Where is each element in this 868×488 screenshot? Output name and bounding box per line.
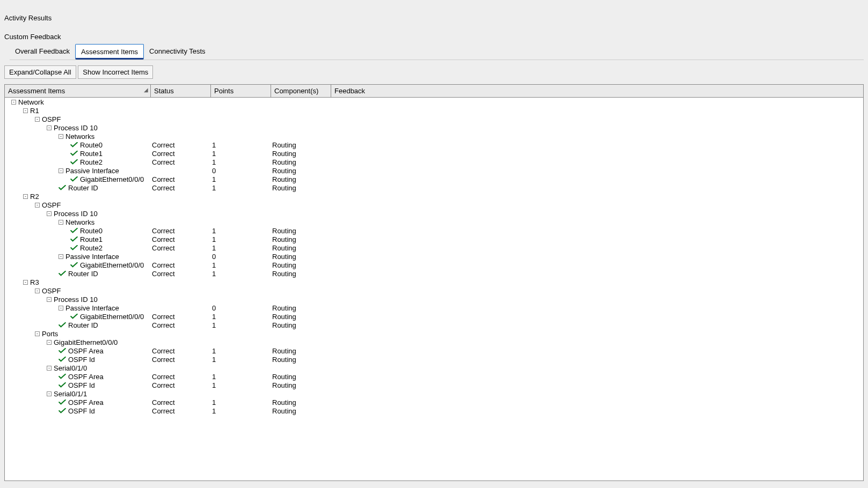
header-components[interactable]: Component(s) [271,85,331,97]
table-row[interactable]: -OSPF [5,286,863,295]
item-cell: OSPF Id [5,407,151,415]
item-label: GigabitEthernet0/0/0 [80,313,144,321]
tree-expander-icon[interactable]: - [35,117,40,122]
points-cell: 1 [211,150,271,158]
table-row[interactable]: OSPF IdCorrect1Routing [5,355,863,364]
tree-expander-icon[interactable]: - [59,134,63,139]
table-row[interactable]: -GigabitEthernet0/0/0 [5,338,863,346]
check-icon [70,158,80,166]
tree-expander-icon[interactable]: - [47,366,52,371]
component-cell: Routing [271,141,331,149]
table-row[interactable]: GigabitEthernet0/0/0Correct1Routing [5,261,863,269]
item-cell: -Process ID 10 [5,295,151,304]
tree-expander-icon[interactable]: - [47,340,52,345]
table-row[interactable]: GigabitEthernet0/0/0Correct1Routing [5,175,863,183]
header-status[interactable]: Status [151,85,211,97]
show-incorrect-items-button[interactable]: Show Incorrect Items [78,65,153,79]
header-assessment-items[interactable]: Assessment Items ◢ [5,85,151,97]
tab-connectivity-tests[interactable]: Connectivity Tests [144,44,211,60]
points-cell: 1 [211,158,271,166]
table-row[interactable]: -Passive Interface0Routing [5,166,863,175]
item-cell: -Ports [5,330,151,338]
table-row[interactable]: -Ports [5,329,863,338]
table-row[interactable]: Route1Correct1Routing [5,235,863,243]
table-row[interactable]: GigabitEthernet0/0/0Correct1Routing [5,312,863,321]
table-row[interactable]: -Networks [5,218,863,226]
table-row[interactable]: Route1Correct1Routing [5,149,863,158]
table-row[interactable]: OSPF AreaCorrect1Routing [5,398,863,406]
points-cell: 1 [211,381,271,389]
tree-expander-icon[interactable]: - [47,125,52,130]
table-row[interactable]: -Serial0/1/0 [5,364,863,372]
item-label: OSPF Id [68,381,95,389]
tree-expander-icon[interactable]: - [35,331,40,336]
page-title: Activity Results [4,14,864,22]
table-row[interactable]: -R2 [5,192,863,201]
table-row[interactable]: -Network [5,98,863,106]
table-row[interactable]: -R3 [5,278,863,286]
table-row[interactable]: -Process ID 10 [5,123,863,132]
status-cell: Correct [151,407,211,415]
status-cell: Correct [151,398,211,406]
header-points[interactable]: Points [211,85,271,97]
points-cell: 1 [211,321,271,329]
item-label: Router ID [68,270,98,278]
status-cell: Correct [151,141,211,149]
component-cell: Routing [271,321,331,329]
table-row[interactable]: Router IDCorrect1Routing [5,321,863,329]
item-cell: Route2 [5,244,151,252]
component-cell: Routing [271,167,331,175]
tree-expander-icon[interactable]: - [23,280,28,285]
tab-assessment-items[interactable]: Assessment Items [75,44,144,60]
table-row[interactable]: OSPF AreaCorrect1Routing [5,346,863,355]
table-row[interactable]: -Passive Interface0Routing [5,252,863,261]
points-cell: 1 [211,235,271,243]
tree-expander-icon[interactable]: - [23,194,28,199]
tree-expander-icon[interactable]: - [35,289,40,293]
item-label: Passive Interface [65,253,119,261]
table-row[interactable]: Route2Correct1Routing [5,243,863,252]
table-row[interactable]: -Passive Interface0Routing [5,304,863,312]
table-row[interactable]: Route2Correct1Routing [5,158,863,166]
item-cell: OSPF Area [5,398,151,406]
tree-expander-icon[interactable]: - [59,220,63,225]
table-row[interactable]: -R1 [5,106,863,115]
tree-expander-icon[interactable]: - [11,100,16,105]
points-cell: 1 [211,270,271,278]
tree-expander-icon[interactable]: - [47,391,52,396]
points-cell: 1 [211,347,271,355]
item-label: Router ID [68,184,98,192]
table-row[interactable]: Router IDCorrect1Routing [5,183,863,192]
header-feedback[interactable]: Feedback [331,85,863,97]
points-cell: 0 [211,304,271,312]
tab-overall-feedback[interactable]: Overall Feedback [10,44,75,60]
sort-asc-icon: ◢ [144,87,148,93]
table-row[interactable]: -Networks [5,132,863,141]
table-row[interactable]: OSPF IdCorrect1Routing [5,406,863,415]
item-label: Ports [42,330,58,338]
tree-expander-icon[interactable]: - [35,203,40,208]
tree-expander-icon[interactable]: - [59,306,63,310]
table-row[interactable]: -Process ID 10 [5,209,863,218]
table-row[interactable]: OSPF IdCorrect1Routing [5,381,863,389]
table-row[interactable]: -Process ID 10 [5,295,863,304]
table-row[interactable]: Route0Correct1Routing [5,141,863,149]
check-icon [59,184,68,192]
component-cell: Routing [271,313,331,321]
table-row[interactable]: -OSPF [5,201,863,209]
tree-expander-icon[interactable]: - [59,254,63,259]
table-row[interactable]: OSPF AreaCorrect1Routing [5,372,863,381]
table-row[interactable]: Router IDCorrect1Routing [5,269,863,278]
tree-expander-icon[interactable]: - [23,108,28,113]
table-row[interactable]: -Serial0/1/1 [5,389,863,398]
status-cell: Correct [151,244,211,252]
table-row[interactable]: Route0Correct1Routing [5,226,863,235]
tree-expander-icon[interactable]: - [47,211,52,216]
check-icon [59,347,68,355]
item-cell: Route1 [5,235,151,243]
item-label: Passive Interface [65,304,119,312]
expand-collapse-all-button[interactable]: Expand/Collapse All [4,65,76,79]
table-row[interactable]: -OSPF [5,115,863,123]
tree-expander-icon[interactable]: - [47,297,52,302]
tree-expander-icon[interactable]: - [59,168,63,173]
